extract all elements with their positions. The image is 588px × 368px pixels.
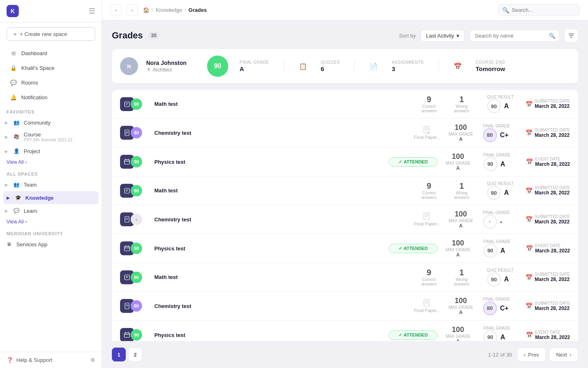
chevron-icon: ▶ [7,196,10,200]
date-col: 📅 EVENT DATE March 28, 2022 [526,330,570,340]
chevron-icon: ▶ [5,120,8,125]
search-icon: 🔍 [502,7,509,13]
create-space-button[interactable]: + + Create new space [7,27,95,41]
pagination: 1 2 1-12 of 30 ‹ Prev Next › [102,341,588,368]
sidebar-item-rooms[interactable]: 💬 Rooms [3,76,98,89]
date-col: 📅 EVENT DATE March 28, 2022 [526,243,570,254]
table-row: 80 Chemistry test Final Paper... 100 MAX… [112,292,578,321]
sidebar-item-course[interactable]: ▶ 📚 Course PSY 345 Summer 2021-22 [0,129,102,145]
svg-rect-4 [125,102,129,107]
page-1-button[interactable]: 1 [112,348,126,361]
date-col: 📅 SUBMITTED DATE March 28, 2022 [526,128,570,138]
view-all-spaces[interactable]: View All › [0,217,102,226]
chevron-icon: ▶ [5,209,8,213]
topbar: ‹ › 🏠 / Knowledge / Grades 🔍 [102,0,588,20]
search-icon: 🔍 [549,33,555,39]
search-name-wrapper: 🔍 [470,30,559,42]
subject-icon-group: 90 [120,97,146,111]
back-button[interactable]: ‹ [110,4,122,16]
max-grade: 100 MAX GRADE A [449,210,473,229]
attended-badge: ✓ ATTENDED [389,244,438,253]
subject-name: Math test [154,101,412,107]
sidebar-item-project[interactable]: ▶ 👤 Project [0,145,102,158]
svg-rect-33 [424,299,429,306]
subject-icon-group: 80 [120,299,146,313]
student-role: Architect [146,67,187,73]
final-grade-circle: 90 [207,56,228,77]
calendar-icon: 📅 [526,129,532,136]
table-row: 90 Math test 9 Correctanswers 1 Wrongans… [112,90,578,118]
sort-area: Sort by Last Activity ▾ 🔍 [399,29,578,42]
final-grade-col: FINAL GRADE 90 A [483,153,516,171]
quiz-icon: 📋 [299,62,307,70]
filter-icon [568,33,574,38]
table-row: 90 Physics test ✓ ATTENDED 100 MAX GRADE… [112,147,578,176]
filter-button[interactable] [564,29,578,42]
sidebar-item-dashboard[interactable]: ⊞ Dashboard [3,46,98,60]
chevron-icon: ▶ [5,135,8,139]
help-label[interactable]: Help & Support [16,357,52,363]
topbar-search-input[interactable] [498,4,580,16]
breadcrumb-current: Grades [189,7,207,13]
view-all-favorites[interactable]: View All › [0,158,102,167]
gear-icon[interactable]: ⚙ [90,357,95,363]
chevron-down-icon: ▾ [457,33,459,39]
final-grade-col: FINAL GRADE 90 A [483,239,516,258]
breadcrumb-knowledge[interactable]: Knowledge [156,7,182,13]
page-2-button[interactable]: 2 [128,348,142,361]
sidebar-item-learn[interactable]: ▶ 💬 Learn [0,204,102,217]
forward-button[interactable]: › [127,4,138,16]
max-grade: 100 MAX GRADE A [446,326,470,341]
grades-title: Grades [112,30,143,41]
quiz-result: QUIZ RESULT 90 A [487,95,516,113]
max-grade: 100 MAX GRADE A [446,152,470,171]
result-circle: 90 [487,186,501,200]
chevron-icon: ▶ [5,149,8,154]
score-badge: 80 [131,127,142,138]
avatar: K [7,5,19,17]
favorites-label: FAVORITES [0,105,102,116]
sidebar-item-team[interactable]: ▶ 👥 Team [0,178,102,191]
calendar-icon: 📅 [526,332,533,338]
sidebar-item-notification[interactable]: 🔔 Notification [3,90,98,104]
prev-button[interactable]: ‹ Prev [517,348,546,361]
col2-data: 1 Wronganswers [450,95,474,113]
svg-rect-11 [424,126,429,133]
score-badge: - [131,214,142,225]
topbar-search[interactable]: 🔍 [498,4,580,16]
calendar-icon: 📅 [526,101,532,107]
sort-dropdown[interactable]: Last Activity ▾ [421,30,465,42]
score-badge: 90 [131,185,142,196]
attended-badge: ✓ ATTENDED [389,157,438,167]
student-avatar: N [120,57,138,75]
course-end-stat: COURSE END Tomorrow [476,60,505,72]
subject-name: Chemistry test [154,216,406,223]
calendar-icon: 📅 [526,216,532,223]
sidebar-item-knowledge[interactable]: ▶ 🎓 Knowledge [3,191,98,204]
divider [439,60,439,72]
check-icon: ✓ [399,159,402,165]
main-content: ‹ › 🏠 / Knowledge / Grades 🔍 Grades 30 S… [102,0,588,368]
next-button[interactable]: Next › [549,348,578,361]
date-info: EVENT DATE March 28, 2022 [535,243,570,254]
sidebar-item-services-app[interactable]: 🖥 Services App [0,238,102,251]
dashboard-icon: ⊞ [10,49,17,57]
final-grade-col: FINAL GRADE 80 C+ [483,297,516,315]
result-circle: - [483,215,497,229]
sidebar-item-community[interactable]: ▶ 👥 Community [0,116,102,129]
subject-name: Physics test [154,245,384,252]
menu-icon[interactable]: ☰ [89,7,95,16]
score-badge: 80 [131,300,142,312]
date-col: 📅 EVENT DATE March 28, 2022 [526,157,570,167]
home-icon[interactable]: 🏠 [143,7,149,13]
student-info: Nora Johnston Architect [146,60,187,73]
search-by-name-input[interactable] [470,30,559,42]
date-col: 📅 SUBMITTED DATE March 28, 2022 [526,214,570,225]
date-info: SUBMITTED DATE March 28, 2022 [535,301,570,311]
plus-icon: + [13,31,17,37]
date-info: SUBMITTED DATE March 28, 2022 [535,272,570,282]
sidebar-item-khalils-space[interactable]: 🔒 Khalil's Space [3,61,98,75]
subject-icon-group: 90 [120,328,146,341]
student-name: Nora Johnston [146,60,187,66]
date-info: SUBMITTED DATE March 28, 2022 [535,185,570,196]
